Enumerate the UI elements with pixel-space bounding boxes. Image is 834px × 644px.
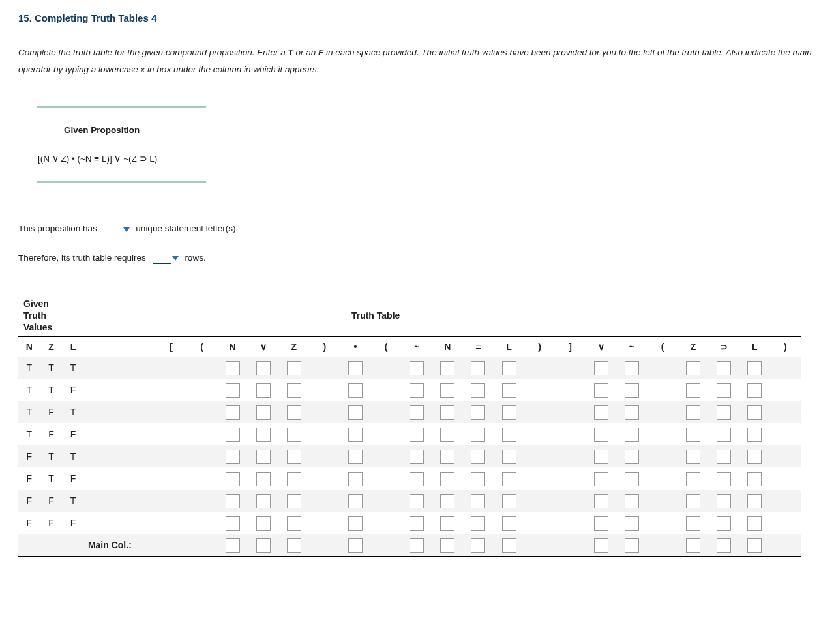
truth-cell-input[interactable] [471,405,485,420]
truth-cell-input[interactable] [594,450,608,464]
main-col-input[interactable] [747,538,762,553]
main-col-input[interactable] [440,538,454,553]
truth-cell-input[interactable] [287,450,301,464]
truth-cell-input[interactable] [686,405,700,420]
truth-cell-input[interactable] [410,405,424,420]
truth-cell-input[interactable] [287,494,301,508]
truth-cell-input[interactable] [256,383,271,398]
truth-cell-input[interactable] [625,450,639,464]
truth-cell-input[interactable] [625,361,639,375]
main-col-input[interactable] [348,538,363,553]
truth-cell-input[interactable] [747,472,762,486]
truth-cell-input[interactable] [348,405,363,420]
truth-cell-input[interactable] [226,494,240,508]
truth-cell-input[interactable] [226,428,240,442]
truth-cell-input[interactable] [686,428,700,442]
truth-cell-input[interactable] [287,516,301,531]
main-col-input[interactable] [625,538,639,553]
main-col-input[interactable] [686,538,700,553]
truth-cell-input[interactable] [594,516,608,531]
truth-cell-input[interactable] [594,494,608,508]
truth-cell-input[interactable] [256,450,271,464]
truth-cell-input[interactable] [471,383,485,398]
truth-cell-input[interactable] [502,516,516,531]
truth-cell-input[interactable] [348,494,363,508]
truth-cell-input[interactable] [502,450,516,464]
truth-cell-input[interactable] [226,383,240,398]
truth-cell-input[interactable] [256,516,271,531]
main-col-input[interactable] [502,538,516,553]
truth-cell-input[interactable] [440,361,454,375]
truth-cell-input[interactable] [287,405,301,420]
truth-cell-input[interactable] [747,361,762,375]
truth-cell-input[interactable] [348,361,363,375]
truth-cell-input[interactable] [747,428,762,442]
truth-cell-input[interactable] [502,428,516,442]
main-col-input[interactable] [471,538,485,553]
statement-letters-dropdown[interactable] [104,222,130,237]
truth-cell-input[interactable] [287,428,301,442]
truth-cell-input[interactable] [256,428,271,442]
truth-cell-input[interactable] [717,494,731,508]
truth-cell-input[interactable] [471,428,485,442]
truth-cell-input[interactable] [440,494,454,508]
truth-cell-input[interactable] [440,472,454,486]
truth-cell-input[interactable] [256,494,271,508]
truth-cell-input[interactable] [717,428,731,442]
truth-cell-input[interactable] [717,383,731,398]
truth-cell-input[interactable] [440,428,454,442]
truth-cell-input[interactable] [440,450,454,464]
truth-cell-input[interactable] [471,494,485,508]
main-col-input[interactable] [717,538,731,553]
truth-cell-input[interactable] [625,383,639,398]
truth-cell-input[interactable] [440,405,454,420]
truth-cell-input[interactable] [471,361,485,375]
truth-cell-input[interactable] [256,405,271,420]
truth-cell-input[interactable] [625,405,639,420]
truth-cell-input[interactable] [410,450,424,464]
truth-cell-input[interactable] [717,361,731,375]
truth-cell-input[interactable] [226,405,240,420]
truth-cell-input[interactable] [717,450,731,464]
truth-cell-input[interactable] [410,428,424,442]
truth-cell-input[interactable] [717,472,731,486]
truth-cell-input[interactable] [410,383,424,398]
truth-cell-input[interactable] [440,516,454,531]
truth-cell-input[interactable] [226,472,240,486]
truth-cell-input[interactable] [226,516,240,531]
truth-cell-input[interactable] [410,361,424,375]
truth-cell-input[interactable] [747,516,762,531]
truth-cell-input[interactable] [502,361,516,375]
truth-cell-input[interactable] [502,383,516,398]
truth-cell-input[interactable] [256,472,271,486]
truth-cell-input[interactable] [440,383,454,398]
truth-cell-input[interactable] [625,494,639,508]
truth-cell-input[interactable] [686,516,700,531]
truth-cell-input[interactable] [287,361,301,375]
truth-cell-input[interactable] [287,383,301,398]
truth-cell-input[interactable] [410,516,424,531]
truth-cell-input[interactable] [686,361,700,375]
main-col-input[interactable] [410,538,424,553]
truth-cell-input[interactable] [348,383,363,398]
rows-dropdown[interactable] [153,251,179,265]
main-col-input[interactable] [594,538,608,553]
truth-cell-input[interactable] [686,472,700,486]
truth-cell-input[interactable] [594,405,608,420]
truth-cell-input[interactable] [502,494,516,508]
truth-cell-input[interactable] [502,405,516,420]
truth-cell-input[interactable] [471,516,485,531]
truth-cell-input[interactable] [226,361,240,375]
main-col-input[interactable] [256,538,271,553]
truth-cell-input[interactable] [471,450,485,464]
truth-cell-input[interactable] [625,472,639,486]
truth-cell-input[interactable] [410,472,424,486]
truth-cell-input[interactable] [594,428,608,442]
truth-cell-input[interactable] [594,383,608,398]
truth-cell-input[interactable] [348,450,363,464]
truth-cell-input[interactable] [686,383,700,398]
truth-cell-input[interactable] [502,472,516,486]
truth-cell-input[interactable] [686,494,700,508]
main-col-input[interactable] [287,538,301,553]
truth-cell-input[interactable] [287,472,301,486]
